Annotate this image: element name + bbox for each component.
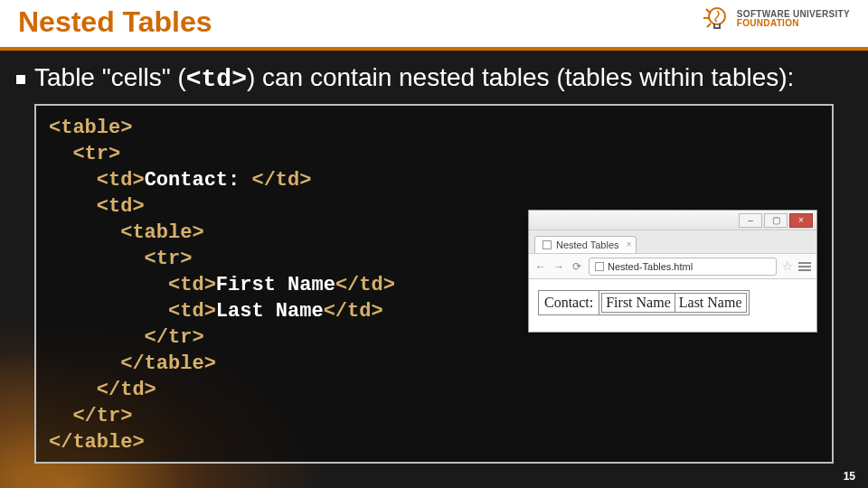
code-line: </table>	[49, 352, 216, 375]
bullet-icon	[16, 75, 25, 84]
back-icon[interactable]: ←	[534, 260, 547, 273]
bookmark-star-icon[interactable]: ☆	[782, 259, 793, 273]
bullet-prefix: Table "cells" (	[34, 63, 186, 91]
code-line: <tr>	[49, 143, 120, 165]
window-close-button[interactable]: ×	[789, 213, 813, 228]
tab-strip: Nested Tables ×	[529, 230, 816, 254]
code-line: </td>	[324, 300, 383, 323]
code-line: <td>	[49, 300, 216, 323]
file-icon	[542, 240, 552, 249]
logo-line2: FOUNDATION	[737, 19, 850, 28]
code-line: </tr>	[49, 326, 204, 349]
table-row: Contact: First Name Last Name	[539, 291, 750, 315]
inner-cell-2: Last Name	[675, 294, 746, 313]
code-text: Last Name	[216, 300, 324, 323]
outer-cell-nested: First Name Last Name	[599, 291, 749, 315]
logo: SOFTWARE UNIVERSITY FOUNDATION	[701, 4, 850, 34]
url-text: Nested-Tables.html	[608, 261, 693, 272]
code-line: </table>	[49, 431, 145, 454]
address-bar: ← → ⟳ Nested-Tables.html ☆	[529, 254, 816, 279]
code-line: </td>	[251, 169, 311, 192]
bullet-suffix: ) can contain nested tables (tables with…	[247, 63, 794, 91]
page-number: 15	[844, 470, 855, 483]
code-line: <table>	[49, 117, 132, 139]
code-text: Contact:	[145, 169, 252, 192]
title-bar: Nested Tables SOFTWARE UNIVERSITY FOUNDA…	[0, 0, 868, 47]
browser-tab[interactable]: Nested Tables ×	[534, 236, 637, 253]
table-row: First Name Last Name	[602, 294, 746, 313]
menu-icon[interactable]	[798, 262, 811, 271]
outer-cell-label: Contact:	[539, 291, 599, 315]
logo-text: SOFTWARE UNIVERSITY FOUNDATION	[737, 10, 850, 28]
window-minimize-button[interactable]: –	[739, 213, 762, 228]
code-text: First Name	[216, 274, 335, 296]
lightbulb-icon	[701, 4, 731, 34]
rendered-inner-table: First Name Last Name	[601, 293, 746, 313]
code-line: <td>	[49, 274, 216, 296]
code-line: <tr>	[49, 248, 192, 270]
inner-cell-1: First Name	[602, 294, 675, 313]
slide: Nested Tables SOFTWARE UNIVERSITY FOUNDA…	[0, 0, 868, 488]
reload-icon[interactable]: ⟳	[571, 260, 583, 273]
bullet-line: Table "cells" (<td>) can contain nested …	[0, 51, 868, 104]
code-line: </td>	[49, 379, 156, 401]
code-line: <td>	[49, 169, 145, 192]
rendered-outer-table: Contact: First Name Last Name	[538, 290, 750, 315]
code-line: <table>	[49, 221, 204, 244]
bullet-text: Table "cells" (<td>) can contain nested …	[34, 63, 794, 93]
url-field[interactable]: Nested-Tables.html	[589, 258, 777, 276]
window-maximize-button[interactable]: ▢	[764, 213, 788, 228]
forward-icon[interactable]: →	[552, 260, 565, 273]
tab-title: Nested Tables	[556, 239, 619, 250]
tab-close-icon[interactable]: ×	[627, 239, 632, 249]
slide-title: Nested Tables	[18, 5, 212, 39]
bullet-tag: <td>	[186, 65, 247, 93]
browser-window: – ▢ × Nested Tables × ← → ⟳ Nested-Table…	[528, 210, 817, 333]
code-line: <td>	[49, 195, 145, 218]
code-line: </td>	[335, 274, 395, 296]
code-line: </tr>	[49, 405, 132, 427]
page-icon	[595, 262, 604, 271]
page-viewport: Contact: First Name Last Name	[529, 279, 816, 332]
window-titlebar: – ▢ ×	[529, 211, 816, 230]
